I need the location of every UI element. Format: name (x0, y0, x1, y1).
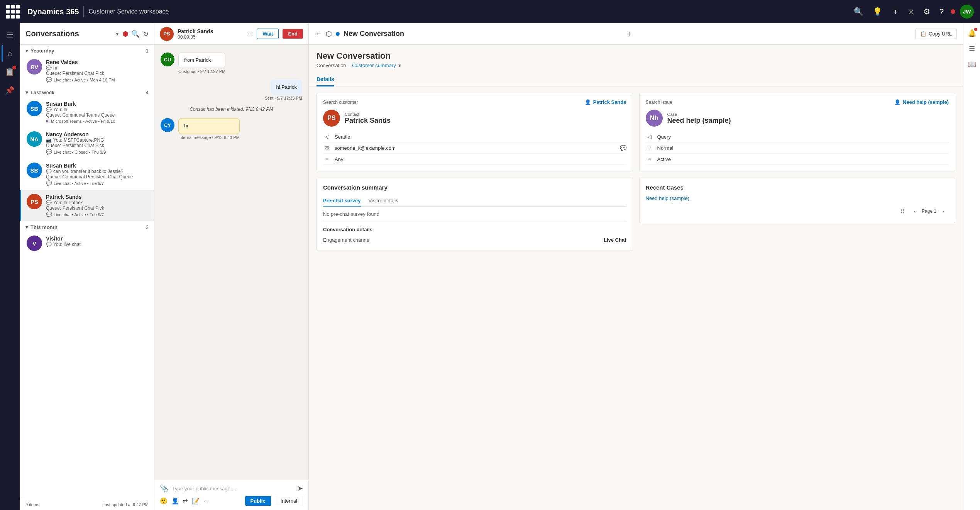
search-customer-value[interactable]: 👤 Patrick Sands (585, 99, 626, 105)
conv-details-section: Conversation details Engagement channel … (323, 222, 626, 244)
field-query: Query (657, 134, 949, 140)
query-icon: ◁ (646, 134, 653, 140)
user-avatar[interactable]: JW (960, 5, 974, 19)
app-grid-icon[interactable] (6, 5, 20, 19)
chat-more-icon[interactable]: ··· (247, 30, 253, 38)
system-message: Consult has been initiated. 9/13 8:42 PM (161, 107, 302, 112)
internal-button[interactable]: Internal (275, 496, 303, 506)
wait-button[interactable]: Wait (257, 29, 279, 39)
chat-input[interactable] (172, 486, 293, 491)
filter-icon[interactable]: ⧖ (906, 5, 916, 19)
add-tab-icon[interactable]: ＋ (625, 29, 633, 39)
conv-name: Nancy Anderson (46, 131, 149, 137)
top-navigation: Dynamics 365 Customer Service workspace … (0, 0, 980, 23)
search-conversations-icon[interactable]: 🔍 (131, 30, 140, 38)
rail-notification-dot (12, 66, 16, 69)
customer-card: Search customer 👤 Patrick Sands PS Conta… (317, 93, 633, 171)
section-thismonth[interactable]: ▾ This month 3 (20, 221, 154, 232)
right-rail-icon-3[interactable]: 📖 (965, 57, 979, 71)
customer-person-info: Contact Patrick Sands (345, 112, 391, 125)
right-rail-icon-2[interactable]: ☰ (965, 42, 979, 56)
page-label: Page 1 (922, 208, 936, 214)
breadcrumb-link[interactable]: Customer summary (352, 63, 396, 68)
engagement-value: Live Chat (604, 237, 626, 243)
footer-count: 9 items (25, 502, 39, 507)
breadcrumb-chevron: ▾ (398, 63, 401, 68)
conv-info-susan2: Susan Burk 💬 can you transfer it back to… (46, 163, 149, 186)
case-field-normal: ≡ Normal (646, 142, 949, 154)
mention-icon[interactable]: 👤 (171, 497, 179, 505)
any-icon: ≡ (323, 156, 331, 162)
brand-name: Dynamics 365 (27, 7, 79, 16)
conv-item-nancy[interactable]: NA Nancy Anderson 📷 You: MSFTCapture.PNG… (20, 127, 154, 159)
conv-queue: Queue: Persistent Chat Pick (46, 205, 149, 211)
message-row-internal: CY hi Internal message · 9/13 8:43 PM (161, 118, 302, 139)
conv-details-title: Conversation details (323, 227, 626, 232)
note-icon[interactable]: 📝 (192, 497, 200, 505)
conv-queue: Queue: Communal Teams Queue (46, 112, 149, 118)
conversation-summary-card: Conversation summary Pre-chat survey Vis… (317, 178, 633, 251)
chat-toolbar: 🙂 👤 ⇄ 📝 ··· Public Internal (160, 493, 303, 506)
conv-item-visitor[interactable]: V Visitor 💬 You: live chat (20, 232, 154, 255)
conversations-dropdown-icon[interactable]: ▼ (115, 31, 120, 37)
attachment-icon[interactable]: 📎 (160, 484, 168, 493)
refresh-icon[interactable]: ↻ (143, 30, 149, 38)
tab-visitor[interactable]: Visitor details (369, 195, 398, 207)
email-action-icon[interactable]: 💬 (620, 145, 626, 151)
lightbulb-icon[interactable]: 💡 (870, 5, 885, 19)
rail-recent-icon[interactable]: 📋 (2, 63, 19, 80)
nav-divider (83, 6, 84, 17)
section-yesterday[interactable]: ▾ Yesterday 1 (20, 45, 154, 55)
section-lastweek[interactable]: ▾ Last week 4 (20, 86, 154, 97)
back-icon[interactable]: ← (315, 30, 322, 38)
conv-msg: 💬 You: live chat (46, 242, 149, 247)
tab-details[interactable]: Details (317, 73, 334, 86)
conv-item-rene[interactable]: RV Rene Valdes 💬 hi Queue: Persistent Ch… (20, 55, 154, 86)
search-icon[interactable]: 🔍 (851, 5, 866, 19)
popout-icon[interactable]: ⬡ (326, 30, 332, 38)
right-rail: 🔔 ☰ 📖 (963, 23, 980, 510)
emoji-icon[interactable]: 🙂 (160, 497, 168, 505)
conv-name: Patrick Sands (46, 194, 149, 200)
list-icon: ☰ (969, 44, 975, 53)
customer-field-email: ✉ someone_k@example.com 💬 (323, 142, 626, 154)
conv-details-row: Engagement channel Live Chat (323, 236, 626, 244)
more-toolbar-icon[interactable]: ··· (203, 498, 208, 505)
tab-prechat[interactable]: Pre-chat survey (323, 195, 361, 207)
rail-collapse-icon[interactable]: ☰ (2, 26, 19, 43)
page-next-icon[interactable]: › (938, 206, 949, 217)
details-panel: ← ⬡ New Conversation ＋ 📋 Copy URL New Co… (309, 23, 963, 510)
message-meta-internal: Internal message · 9/13 8:43 PM (178, 135, 240, 140)
conv-name: Susan Burk (46, 101, 149, 107)
conv-info-nancy: Nancy Anderson 📷 You: MSFTCapture.PNG Qu… (46, 131, 149, 155)
help-icon[interactable]: ? (937, 5, 946, 19)
settings-icon[interactable]: ⚙ (921, 5, 933, 19)
conv-item-patrick[interactable]: PS Patrick Sands 💬 You: hi Patrick Queue… (20, 190, 154, 221)
public-button[interactable]: Public (245, 496, 271, 506)
page-prev-icon[interactable]: ‹ (909, 206, 920, 217)
conv-item-susan1[interactable]: SB Susan Burk 💬 You: hi Queue: Communal … (20, 97, 154, 127)
conv-status: 💬 Live chat • Closed • Thu 9/9 (46, 149, 149, 155)
case-link[interactable]: Need help (sample) (646, 195, 949, 201)
chat-timer: 00:09:35 (178, 34, 243, 40)
copy-icon: 📋 (920, 31, 926, 37)
send-icon[interactable]: ➤ (297, 484, 303, 493)
search-issue-value[interactable]: 👤 Need help (sample) (894, 99, 949, 105)
message-row-incoming: CU from Patrick Customer · 9/7 12:27 PM (161, 53, 302, 74)
page-first-icon[interactable]: ⟨⟨ (897, 206, 908, 217)
rail-pinned-icon[interactable]: 📌 (2, 82, 19, 99)
conv-name: Visitor (46, 236, 149, 242)
conv-item-susan2[interactable]: SB Susan Burk 💬 can you transfer it back… (20, 159, 154, 190)
breadcrumb-base: Conversation (317, 63, 346, 68)
conv-summary-title: Conversation summary (323, 184, 626, 191)
normal-icon: ≡ (646, 145, 653, 151)
field-active: Active (657, 156, 949, 162)
field-normal: Normal (657, 145, 949, 151)
transfer-icon[interactable]: ⇄ (183, 497, 188, 505)
end-button[interactable]: End (283, 29, 303, 39)
copy-url-button[interactable]: 📋 Copy URL (915, 29, 957, 39)
plus-icon[interactable]: ＋ (889, 4, 902, 19)
rail-home-icon[interactable]: ⌂ (2, 45, 19, 62)
status-dot (951, 9, 955, 14)
right-rail-icon-1[interactable]: 🔔 (965, 26, 979, 40)
